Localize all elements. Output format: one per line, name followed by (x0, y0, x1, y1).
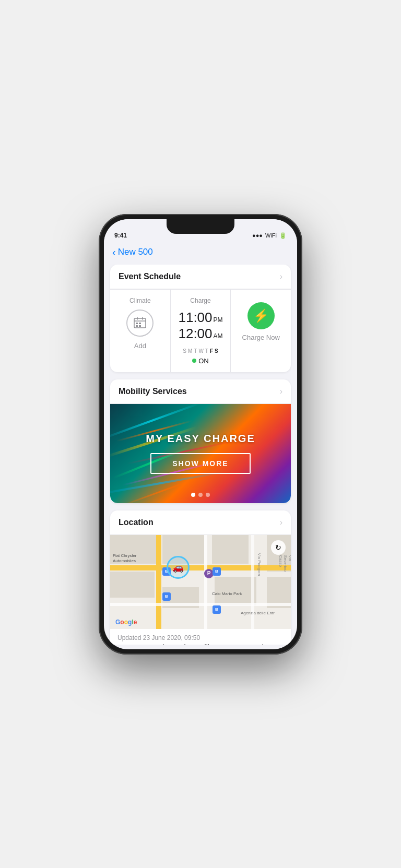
period-1: PM (214, 316, 223, 324)
time-1: 11:00 (178, 310, 212, 326)
refresh-button[interactable]: ↻ (271, 540, 286, 555)
map-container[interactable]: Fiat Chrysler Automobiles Caio Mario Par… (110, 535, 291, 629)
climate-column: Climate (110, 290, 171, 372)
day-s2: S (215, 348, 218, 354)
location-chevron-icon: › (280, 518, 282, 527)
day-w: W (198, 348, 203, 354)
back-chevron-icon: ‹ (112, 246, 116, 258)
on-label: ON (198, 357, 209, 365)
climate-label: Climate (129, 297, 151, 304)
location-header[interactable]: Location › (110, 510, 291, 535)
mobility-services-header[interactable]: Mobility Services › (110, 379, 291, 404)
dot-1[interactable] (191, 493, 195, 497)
mobility-banner: MY EASY CHARGE SHOW MORE (110, 404, 291, 503)
phone-screen: 9:41 ●●● WiFi 🔋 ‹ New 500 Event Schedule… (104, 219, 297, 649)
location-address: Near Corso Giovanni Agnelli, 200, 10135 … (117, 643, 284, 645)
b-marker-3: B (213, 567, 221, 576)
dot-2[interactable] (198, 493, 203, 497)
on-status: ON (192, 357, 209, 365)
mobility-services-card: Mobility Services › (110, 379, 291, 503)
location-title: Location (119, 518, 154, 527)
green-dot-icon (192, 359, 196, 363)
phone-notch (167, 219, 234, 234)
charge-time-column: Charge 11:00 PM 12:00 AM (171, 290, 231, 372)
b-marker-2: B (162, 592, 171, 601)
location-info: Updated 23 June 2020, 09:50 Near Corso G… (110, 629, 291, 645)
charge-times: 11:00 PM 12:00 AM (178, 310, 222, 342)
map-background: Fiat Chrysler Automobiles Caio Mario Par… (110, 535, 291, 629)
time-row-1: 11:00 PM (178, 310, 222, 326)
calendar-icon (133, 316, 147, 330)
back-button[interactable]: ‹ New 500 (112, 246, 153, 258)
day-t1: T (194, 348, 197, 354)
day-f: F (210, 348, 213, 354)
phone-device: 9:41 ●●● WiFi 🔋 ‹ New 500 Event Schedule… (99, 214, 302, 655)
svg-rect-7 (139, 325, 141, 327)
charge-now-column: ⚡ Charge Now (231, 290, 291, 372)
schedule-icon[interactable] (126, 310, 154, 337)
event-schedule-title: Event Schedule (119, 272, 181, 281)
banner-title: MY EASY CHARGE (146, 433, 255, 445)
mobility-services-chevron-icon: › (280, 387, 282, 396)
mobility-services-title: Mobility Services (119, 387, 187, 396)
scroll-content: Event Schedule › Climate (104, 265, 297, 645)
svg-rect-4 (136, 323, 138, 324)
days-row: S M T W T F S (183, 348, 218, 354)
time-row-2: 12:00 AM (178, 326, 222, 342)
day-m: M (188, 348, 192, 354)
event-schedule-card: Event Schedule › Climate (110, 265, 291, 372)
b-marker-4: B (213, 605, 221, 614)
period-2: AM (214, 332, 223, 340)
time-2: 12:00 (178, 326, 212, 342)
svg-rect-5 (139, 323, 141, 324)
nav-header: ‹ New 500 (104, 242, 297, 265)
day-s1: S (183, 348, 186, 354)
day-t2: T (205, 348, 208, 354)
banner-background: MY EASY CHARGE SHOW MORE (110, 404, 291, 503)
bolt-icon: ⚡ (253, 308, 269, 323)
event-schedule-header[interactable]: Event Schedule › (110, 265, 291, 289)
banner-dots (191, 493, 210, 497)
svg-rect-6 (136, 325, 138, 327)
event-schedule-chevron-icon: › (280, 272, 282, 281)
event-grid: Climate (110, 289, 291, 372)
car-icon: 🚗 (172, 562, 184, 573)
location-card: Location › (110, 510, 291, 645)
google-logo: Google (115, 619, 137, 626)
show-more-button[interactable]: SHOW MORE (150, 453, 250, 474)
dot-3[interactable] (206, 493, 210, 497)
car-pin: 🚗 (167, 556, 190, 579)
location-updated: Updated 23 June 2020, 09:50 (117, 634, 284, 641)
charge-now-label: Charge Now (242, 334, 280, 341)
pin-circle: 🚗 (167, 556, 190, 579)
back-label: New 500 (118, 247, 153, 257)
charge-label: Charge (190, 297, 210, 304)
add-label: Add (134, 342, 146, 350)
charge-now-button[interactable]: ⚡ (247, 302, 275, 329)
